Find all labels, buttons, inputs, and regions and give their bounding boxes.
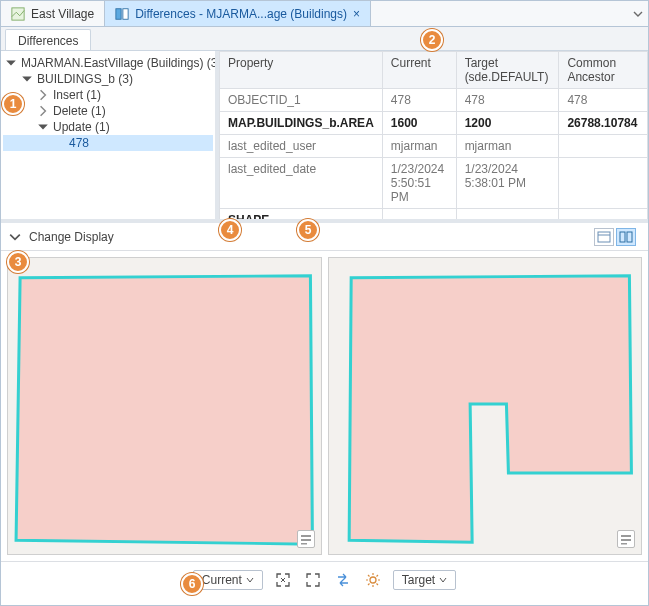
table-cell: 478 [456, 89, 559, 112]
table-cell: OBJECTID_1 [220, 89, 383, 112]
diff-icon [115, 7, 129, 21]
tab-label: East Village [31, 7, 94, 21]
table-cell: 26788.10784 [559, 112, 648, 135]
map-icon [11, 7, 25, 21]
table-cell [382, 209, 456, 220]
view-toggle [594, 228, 636, 246]
col-ancestor[interactable]: Common Ancestor [559, 52, 648, 89]
table-row[interactable]: OBJECTID_1478478478 [220, 89, 648, 112]
table-cell: last_edited_user [220, 135, 383, 158]
window-tabbar: East Village Differences - MJARMA...age … [1, 1, 648, 27]
bottom-toolbar: Current Target [1, 561, 648, 597]
map-menu-icon[interactable] [617, 530, 635, 548]
tree-insert[interactable]: Insert (1) [3, 87, 213, 103]
tab-eastvillage[interactable]: East Village [1, 1, 105, 26]
table-cell: 478 [382, 89, 456, 112]
current-dropdown[interactable]: Current [193, 570, 263, 590]
callout-5: 5 [297, 219, 319, 241]
tab-overflow-menu[interactable] [628, 1, 648, 26]
table-cell: MAP.BUILDINGS_b.AREA [220, 112, 383, 135]
expand-icon [21, 73, 33, 85]
svg-rect-6 [627, 232, 632, 242]
tree-update[interactable]: Update (1) [3, 119, 213, 135]
svg-rect-9 [301, 539, 311, 541]
svg-rect-12 [621, 535, 631, 537]
diff-table: Property Current Target (sde.DEFAULT) Co… [219, 51, 648, 219]
tree-pane: MJARMAN.EastVillage (Buildings) (3) BUIL… [1, 51, 219, 219]
subtabbar: Differences [1, 27, 648, 51]
callout-1: 1 [2, 93, 24, 115]
tree-delete[interactable]: Delete (1) [3, 103, 213, 119]
table-cell: mjarman [382, 135, 456, 158]
target-map[interactable] [328, 257, 643, 555]
collapse-icon [37, 89, 49, 101]
dropdown-label: Current [202, 573, 242, 587]
svg-rect-2 [123, 8, 128, 19]
svg-rect-8 [301, 535, 311, 537]
single-view-button[interactable] [594, 228, 614, 246]
tree-label: 478 [69, 136, 89, 150]
svg-rect-14 [621, 543, 627, 545]
chevron-down-icon [246, 576, 254, 584]
table-row[interactable]: last_edited_usermjarmanmjarman [220, 135, 648, 158]
table-cell [456, 209, 559, 220]
target-dropdown[interactable]: Target [393, 570, 456, 590]
callout-3: 3 [7, 251, 29, 273]
callout-2: 2 [421, 29, 443, 51]
col-property[interactable]: Property [220, 52, 383, 89]
table-cell: 478 [559, 89, 648, 112]
zoom-fit-icon[interactable] [273, 570, 293, 590]
col-current[interactable]: Current [382, 52, 456, 89]
expand-icon [5, 57, 17, 69]
diff-table-pane: Property Current Target (sde.DEFAULT) Co… [219, 51, 648, 219]
chevron-down-icon [439, 576, 447, 584]
top-panel: MJARMAN.EastVillage (Buildings) (3) BUIL… [1, 51, 648, 223]
expand-icon [37, 121, 49, 133]
tree-label: Insert (1) [53, 88, 101, 102]
tab-label: Differences - MJARMA...age (Buildings) [135, 7, 347, 21]
table-row[interactable]: last_edited_date1/23/2024 5:50:51 PM1/23… [220, 158, 648, 209]
dropdown-label: Target [402, 573, 435, 587]
tree-label: Update (1) [53, 120, 110, 134]
table-cell: 1200 [456, 112, 559, 135]
change-display-header: Change Display [1, 223, 648, 251]
tree-layer[interactable]: BUILDINGS_b (3) [3, 71, 213, 87]
svg-rect-13 [621, 539, 631, 541]
table-cell [559, 158, 648, 209]
split-view-button[interactable] [616, 228, 636, 246]
collapse-icon [37, 105, 49, 117]
table-cell: last_edited_date [220, 158, 383, 209]
svg-rect-1 [116, 8, 121, 19]
swap-icon[interactable] [333, 570, 353, 590]
svg-rect-3 [598, 232, 610, 242]
table-cell: 1/23/2024 5:50:51 PM [382, 158, 456, 209]
current-map[interactable] [7, 257, 322, 555]
table-cell: mjarman [456, 135, 559, 158]
zoom-extent-icon[interactable] [303, 570, 323, 590]
col-target[interactable]: Target (sde.DEFAULT) [456, 52, 559, 89]
svg-point-15 [370, 577, 376, 583]
table-row[interactable]: SHAPE [220, 209, 648, 220]
callout-4: 4 [219, 219, 241, 241]
tree-label: BUILDINGS_b (3) [37, 72, 133, 86]
change-display-title: Change Display [29, 230, 114, 244]
tree-item-selected[interactable]: 478 [3, 135, 213, 151]
table-row[interactable]: MAP.BUILDINGS_b.AREA1600120026788.10784 [220, 112, 648, 135]
tree-label: MJARMAN.EastVillage (Buildings) (3) [21, 56, 219, 70]
tree-label: Delete (1) [53, 104, 106, 118]
svg-rect-5 [620, 232, 625, 242]
close-icon[interactable]: × [353, 7, 360, 21]
table-cell [559, 209, 648, 220]
subtab-differences[interactable]: Differences [5, 29, 91, 50]
change-display-body [1, 251, 648, 561]
table-cell: 1/23/2024 5:38:01 PM [456, 158, 559, 209]
callout-6: 6 [181, 573, 203, 595]
chevron-down-icon[interactable] [9, 231, 21, 243]
table-cell: SHAPE [220, 209, 383, 220]
map-menu-icon[interactable] [297, 530, 315, 548]
tree-root[interactable]: MJARMAN.EastVillage (Buildings) (3) [3, 55, 213, 71]
tab-differences[interactable]: Differences - MJARMA...age (Buildings) × [105, 1, 371, 26]
table-cell [559, 135, 648, 158]
highlight-icon[interactable] [363, 570, 383, 590]
svg-rect-10 [301, 543, 307, 545]
